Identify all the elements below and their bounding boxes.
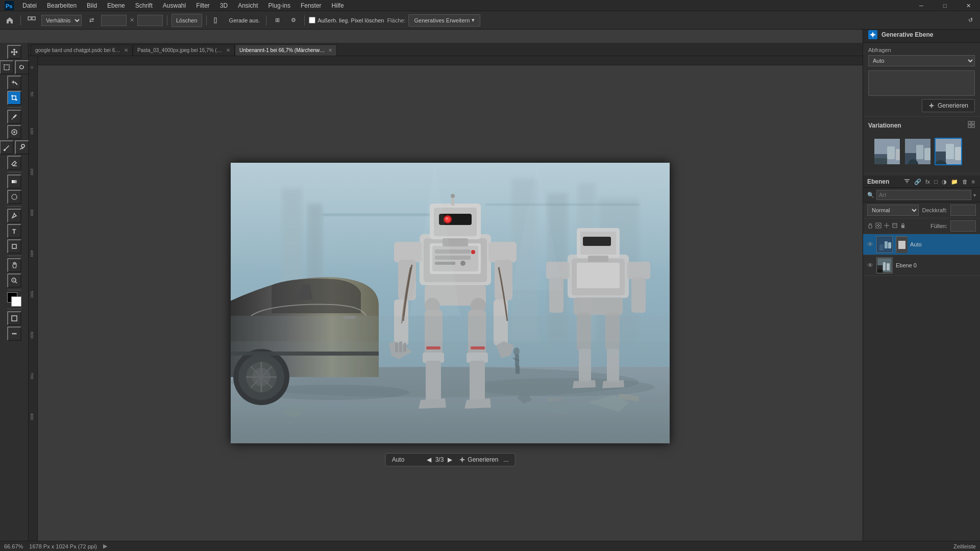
- shape-tool[interactable]: [7, 239, 21, 254]
- zoom-tool[interactable]: [7, 273, 21, 288]
- layers-adj-button[interactable]: ◑: [941, 179, 948, 185]
- menu-3d[interactable]: 3D: [218, 2, 230, 9]
- magic-wand-tool[interactable]: [7, 76, 21, 90]
- gradient-tool[interactable]: [7, 174, 21, 189]
- menu-bild[interactable]: Bild: [85, 2, 99, 9]
- delete-button[interactable]: Löschen: [172, 14, 202, 27]
- heal-tool[interactable]: [7, 125, 21, 139]
- lock-all-button[interactable]: [900, 222, 906, 230]
- layer-item-auto[interactable]: 👁 Auto: [863, 234, 980, 255]
- eraser-tool[interactable]: [7, 156, 21, 170]
- tab-0-close[interactable]: ✕: [124, 47, 128, 53]
- menu-auswahl[interactable]: Auswahl: [161, 2, 188, 9]
- move-tool[interactable]: [7, 45, 21, 59]
- crop-tool[interactable]: [7, 91, 21, 105]
- layers-fx-button[interactable]: fx: [924, 179, 931, 185]
- lock-icons: [867, 222, 906, 230]
- swap-button[interactable]: ⇄: [85, 14, 98, 27]
- variation-thumb-2[interactable]: [904, 138, 932, 165]
- menu-plugins[interactable]: Plug-ins: [266, 2, 292, 9]
- close-button[interactable]: ✕: [957, 0, 980, 11]
- generative-expand-button[interactable]: Generatives Erweitern ▾: [408, 14, 480, 27]
- fill-input[interactable]: 100%: [950, 220, 976, 232]
- brush-tool[interactable]: [0, 140, 14, 155]
- minimize-button[interactable]: ─: [910, 0, 933, 11]
- generation-bar: ◀ 3/3 ▶ Generieren ...: [385, 453, 516, 466]
- mode-select[interactable]: Verhältnis: [41, 15, 82, 26]
- stamp-tool[interactable]: [15, 140, 29, 155]
- rect-select-tool[interactable]: [0, 60, 14, 74]
- tab-1-close[interactable]: ✕: [226, 47, 230, 53]
- layers-folder-button[interactable]: 📁: [950, 179, 959, 185]
- menu-datei[interactable]: Datei: [20, 2, 39, 9]
- canvas-viewport[interactable]: ◀ 3/3 ▶ Generieren ...: [38, 65, 863, 541]
- pen-tool[interactable]: [7, 209, 21, 223]
- layers-mask-button[interactable]: □: [933, 179, 939, 185]
- layer-filter-type-select[interactable]: ▾: [973, 192, 976, 198]
- menu-schrift[interactable]: Schrift: [133, 2, 155, 9]
- gen-more-button[interactable]: ...: [503, 456, 508, 463]
- tab-1[interactable]: Pasta_03_4000px.jpeg bei 16,7% (Generati…: [133, 44, 235, 56]
- menu-ebene[interactable]: Ebene: [105, 2, 127, 9]
- lock-position-button[interactable]: [884, 222, 890, 230]
- tool-mode-button[interactable]: [25, 14, 38, 27]
- menu-bearbeiten[interactable]: Bearbeiten: [45, 2, 79, 9]
- abfragen-generate-button[interactable]: Generieren: [922, 99, 975, 112]
- menu-filter[interactable]: Filter: [194, 2, 212, 9]
- more-tools-button[interactable]: [7, 327, 21, 341]
- svg-rect-78: [583, 237, 611, 246]
- gen-count: 3/3: [435, 456, 444, 463]
- variation-thumb-3[interactable]: [935, 138, 962, 165]
- hand-tool[interactable]: [7, 258, 21, 272]
- svg-rect-159: [879, 244, 884, 251]
- straighten-button[interactable]: Gerade aus.: [227, 14, 262, 27]
- tool-pair-select: [0, 60, 29, 74]
- tab-0[interactable]: google bard und chatgpt.psdc bei 66,7% (…: [31, 44, 133, 56]
- home-button[interactable]: [3, 14, 16, 27]
- perspective-icon[interactable]: [211, 14, 224, 27]
- ruler-horizontal: -50 0 100 200 300 400 500 600 665 750 85…: [38, 56, 863, 65]
- layer-search-input[interactable]: [876, 190, 971, 200]
- gen-generate-button[interactable]: Generieren: [456, 456, 500, 463]
- layers-delete-button[interactable]: 🗑: [961, 179, 969, 185]
- opacity-input[interactable]: 100%: [950, 205, 976, 216]
- canvas[interactable]: ◀ 3/3 ▶ Generieren ...: [231, 163, 670, 443]
- undo-button[interactable]: ↺: [964, 14, 977, 27]
- blur-tool[interactable]: [7, 190, 21, 204]
- layer-mode-select[interactable]: Normal: [867, 205, 919, 216]
- text-tool[interactable]: T: [7, 224, 21, 238]
- color-selector[interactable]: [7, 292, 21, 307]
- eyedropper-tool[interactable]: [7, 110, 21, 124]
- tab-2[interactable]: Unbenannt-1 bei 66,7% (Märchenwald, RGB/…: [235, 44, 337, 56]
- lock-transparent-button[interactable]: [867, 222, 873, 230]
- width-input[interactable]: [101, 15, 127, 26]
- screen-mode-button[interactable]: [7, 311, 21, 325]
- layers-filter-button[interactable]: [903, 178, 911, 185]
- chevron-down-icon: ▾: [472, 17, 475, 23]
- menu-ansicht[interactable]: Ansicht: [236, 2, 260, 9]
- background-color[interactable]: [11, 296, 21, 307]
- delete-pixels-checkbox[interactable]: [309, 17, 315, 23]
- gen-prev-button[interactable]: ◀: [426, 456, 432, 463]
- layer-item-ebene0[interactable]: 👁 Ebene 0: [863, 255, 980, 276]
- menu-hilfe[interactable]: Hilfe: [330, 2, 346, 9]
- variationen-grid-button[interactable]: [968, 121, 975, 130]
- variation-thumb-1[interactable]: [873, 138, 901, 165]
- abfragen-select[interactable]: Auto: [868, 55, 975, 66]
- menu-fenster[interactable]: Fenster: [299, 2, 324, 9]
- height-input[interactable]: [137, 15, 163, 26]
- lasso-tool[interactable]: [15, 60, 29, 74]
- lock-pixels-button[interactable]: [875, 222, 881, 230]
- layers-link-button[interactable]: 🔗: [913, 179, 922, 185]
- svg-rect-151: [879, 225, 880, 226]
- layer-ebene0-visibility-button[interactable]: 👁: [867, 262, 873, 269]
- tab-2-close[interactable]: ✕: [328, 47, 332, 53]
- maximize-button[interactable]: □: [933, 0, 957, 11]
- grid-button[interactable]: ⊞: [271, 14, 284, 27]
- gen-next-button[interactable]: ▶: [447, 456, 453, 463]
- layer-auto-visibility-button[interactable]: 👁: [867, 241, 873, 248]
- settings-button[interactable]: ⚙: [287, 14, 300, 27]
- lock-artboard-button[interactable]: [892, 222, 898, 230]
- gen-prompt-input[interactable]: [392, 456, 423, 463]
- layers-options-button[interactable]: ≡: [971, 179, 976, 185]
